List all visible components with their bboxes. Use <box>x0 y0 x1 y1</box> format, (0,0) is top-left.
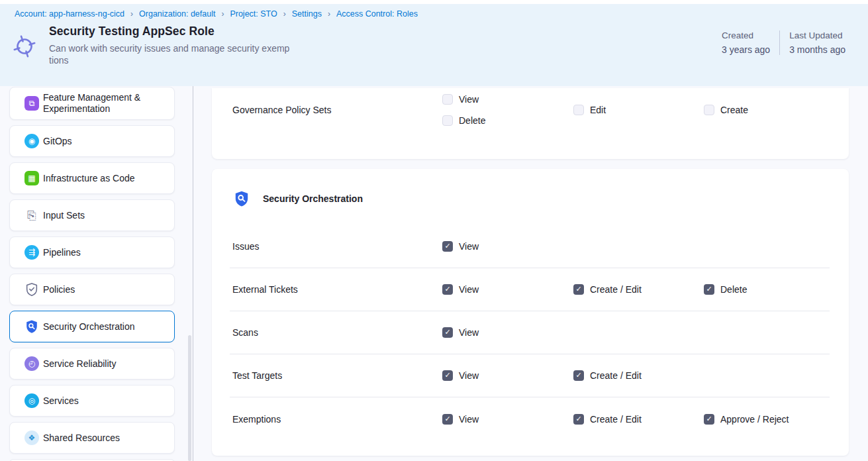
permission-checkbox[interactable]: ✓ <box>442 284 453 295</box>
permission-label: Edit <box>590 105 606 115</box>
services-icon: ◎ <box>24 393 39 408</box>
permission-row-scans: Scans✓View <box>230 311 830 354</box>
permission-label: View <box>459 414 479 425</box>
permission-label: View <box>459 327 479 338</box>
feature-management-icon: ⧉ <box>24 96 39 111</box>
permission: ✓View <box>442 327 573 338</box>
permission-row-test-targets: Test Targets✓View✓Create / Edit <box>230 354 830 397</box>
policies-icon <box>24 282 39 297</box>
role-description: Can work with security issues and manage… <box>49 42 289 66</box>
sidebar-item-label: Feature Management & Experimentation <box>43 92 174 115</box>
resource-label: Governance Policy Sets <box>230 105 442 115</box>
sidebar-item-pipelines[interactable]: ⇶Pipelines <box>9 236 175 268</box>
permission-checkbox[interactable] <box>704 105 714 115</box>
sidebar-divider <box>193 86 193 461</box>
permission-checkbox[interactable]: ✓ <box>442 327 453 338</box>
role-meta: Created3 years agoLast Updated3 months a… <box>712 30 855 55</box>
permission-checkbox[interactable]: ✓ <box>704 284 714 295</box>
permission-checkbox[interactable]: ✓ <box>704 414 714 425</box>
breadcrumb-item[interactable]: Account: app-harness-ng-cicd <box>15 9 124 19</box>
permission-label: Create <box>720 105 748 115</box>
permission-checkbox[interactable]: ✓ <box>442 241 453 252</box>
sidebar-item-infrastructure-as-code[interactable]: ▦Infrastructure as Code <box>9 162 175 194</box>
sidebar-item-label: Service Reliability <box>43 358 116 370</box>
sidebar-item-label: Security Orchestration <box>43 321 135 333</box>
sidebar-item-label: Shared Resources <box>43 433 120 444</box>
resource-label: Exemptions <box>230 414 442 425</box>
breadcrumb-item[interactable]: Access Control: Roles <box>336 9 418 19</box>
permission-row-governance: Governance Policy SetsViewDeleteEditCrea… <box>230 94 830 126</box>
sidebar-item-label: Infrastructure as Code <box>43 173 135 184</box>
permission-checkbox[interactable] <box>573 105 584 115</box>
breadcrumb-separator: › <box>221 9 224 19</box>
sidebar-item-label: Pipelines <box>43 247 81 258</box>
permission-checkbox[interactable] <box>442 115 453 126</box>
permission-label: Delete <box>720 284 747 295</box>
sidebar-item-policies[interactable]: Policies <box>9 274 175 305</box>
sidebar-item-services[interactable]: ◎Services <box>9 385 175 417</box>
permission-cell: ✓View <box>442 327 573 338</box>
meta-column: Last Updated3 months ago <box>779 30 855 55</box>
breadcrumb-item[interactable]: Settings <box>292 9 322 19</box>
permissions-panel: Governance Policy SetsViewDeleteEditCrea… <box>212 88 849 456</box>
permission-label: View <box>459 370 479 381</box>
breadcrumb-item[interactable]: Project: STO <box>230 9 277 19</box>
breadcrumb-separator: › <box>328 9 330 19</box>
sidebar-item-service-reliability[interactable]: ◴Service Reliability <box>9 348 175 380</box>
permission: ✓View <box>442 241 573 252</box>
role-target-icon <box>9 31 40 62</box>
permission-cell: ✓Create / Edit <box>573 414 704 425</box>
permission-checkbox[interactable] <box>442 94 453 105</box>
permission: ✓Create / Edit <box>573 284 704 295</box>
sidebar-item-gitops[interactable]: ◉GitOps <box>9 125 175 157</box>
shared-resources-icon: ❖ <box>24 431 39 445</box>
permission-label: Delete <box>459 115 485 126</box>
resource-label: Scans <box>230 327 442 338</box>
permission-cell: Create <box>704 105 830 115</box>
permission: ✓Approve / Reject <box>704 414 830 425</box>
service-reliability-icon: ◴ <box>24 356 39 371</box>
resource-label: Issues <box>230 241 442 252</box>
breadcrumb-item[interactable]: Organization: default <box>139 9 215 19</box>
permission: ✓Create / Edit <box>573 370 704 381</box>
gitops-icon: ◉ <box>24 134 39 148</box>
meta-value: 3 years ago <box>722 44 770 55</box>
security-orchestration-card: Security Orchestration Issues✓ViewExtern… <box>212 169 849 456</box>
permission-cell: ✓View <box>442 370 573 381</box>
sidebar-item-security-orchestration[interactable]: Security Orchestration <box>9 311 175 342</box>
permission-row-exemptions: Exemptions✓View✓Create / Edit✓Approve / … <box>230 397 830 440</box>
permission: ✓View <box>442 370 573 381</box>
breadcrumb: Account: app-harness-ng-cicd›Organizatio… <box>0 4 868 19</box>
meta-value: 3 months ago <box>789 44 845 55</box>
permission-cell: ✓View <box>442 414 573 425</box>
sidebar-item-shared-resources[interactable]: ❖Shared Resources <box>9 422 175 454</box>
permission: ✓Delete <box>704 284 830 295</box>
resource-label: Test Targets <box>230 370 442 381</box>
permission-label: View <box>459 284 479 295</box>
sidebar-item-feature-management-experimentation[interactable]: ⧉Feature Management & Experimentation <box>9 87 175 120</box>
permission-label: Create / Edit <box>590 414 642 425</box>
sidebar-item-label: Policies <box>43 284 75 295</box>
permission-cell: ✓View <box>442 241 573 252</box>
permission-checkbox[interactable]: ✓ <box>442 414 453 425</box>
permission-cell: ✓Delete <box>704 284 830 295</box>
resource-group-sidebar: ⧉Feature Management & Experimentation◉Gi… <box>9 87 175 461</box>
permission: ✓Create / Edit <box>573 414 704 425</box>
sidebar-scrollbar[interactable] <box>188 335 191 461</box>
meta-label: Last Updated <box>789 30 845 40</box>
permission-checkbox[interactable]: ✓ <box>573 284 584 295</box>
permission-checkbox[interactable]: ✓ <box>573 414 584 425</box>
sidebar-item-label: Services <box>43 395 79 407</box>
permission-cell: ✓View <box>442 284 573 295</box>
permission-checkbox[interactable]: ✓ <box>573 370 584 381</box>
permission: ✓View <box>442 284 573 295</box>
security-orchestration-icon <box>24 319 39 334</box>
security-orchestration-shield-icon <box>233 190 250 207</box>
sidebar-item-input-sets[interactable]: ⎘Input Sets <box>9 199 175 231</box>
page-header-band: Account: app-harness-ng-cicd›Organizatio… <box>0 0 868 86</box>
breadcrumb-separator: › <box>283 9 286 19</box>
permission: ✓View <box>442 414 573 425</box>
page-title: Security Testing AppSec Role <box>49 25 289 38</box>
permission: Delete <box>442 115 573 126</box>
permission-checkbox[interactable]: ✓ <box>442 370 453 381</box>
